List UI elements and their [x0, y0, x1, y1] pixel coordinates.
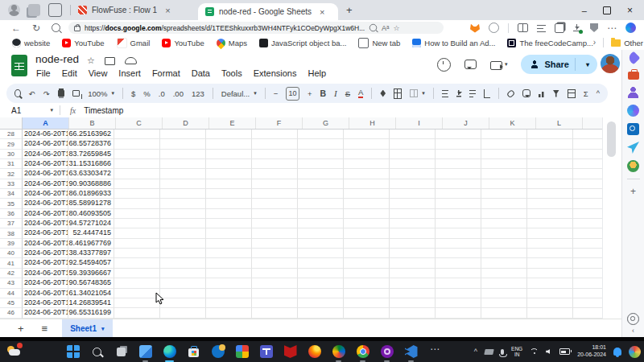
cell-empty[interactable]: [206, 308, 252, 318]
cell-timestamp[interactable]: 2024-06-20T12:2: [23, 269, 68, 278]
new-tab-button[interactable]: +: [346, 4, 353, 16]
cell-empty[interactable]: [344, 308, 390, 318]
taskbar-start[interactable]: [66, 345, 80, 359]
meet-camera-icon[interactable]: [490, 61, 502, 70]
battery-icon[interactable]: [559, 348, 570, 355]
cell-empty[interactable]: [298, 179, 344, 189]
cell-empty[interactable]: [206, 278, 252, 288]
row-header-29[interactable]: 29: [0, 139, 23, 149]
bookmarks-overflow-icon[interactable]: ›: [593, 39, 596, 47]
name-box-caret-icon[interactable]: ▾: [50, 107, 53, 113]
increase-decimals-button[interactable]: .00: [173, 89, 184, 98]
cell-empty[interactable]: [344, 150, 390, 159]
favorite-star-icon[interactable]: ☆: [393, 24, 399, 32]
cell-empty[interactable]: [573, 130, 602, 139]
vertical-scrollbar[interactable]: [602, 117, 622, 319]
select-all-corner[interactable]: [0, 117, 23, 129]
horizontal-align-icon[interactable]: [442, 90, 448, 97]
collapse-toolbar-icon[interactable]: ^: [597, 89, 600, 97]
cell-empty[interactable]: [114, 199, 160, 208]
copilot-icon[interactable]: [625, 23, 636, 33]
cell-empty[interactable]: [114, 179, 160, 189]
cell-empty[interactable]: [160, 130, 206, 139]
zoom-select[interactable]: 100%: [88, 89, 107, 98]
cell-empty[interactable]: [114, 269, 160, 278]
cell-empty[interactable]: [390, 179, 436, 189]
cell-empty[interactable]: [481, 249, 527, 258]
cell-timestamp[interactable]: 2024-06-20T12:2: [23, 308, 68, 318]
cell-empty[interactable]: [573, 249, 602, 258]
cell-empty[interactable]: [436, 139, 481, 149]
cell-empty[interactable]: [481, 228, 527, 238]
column-header-A[interactable]: A: [23, 117, 69, 129]
cell-empty[interactable]: [390, 139, 436, 149]
menu-insert[interactable]: Insert: [113, 67, 147, 80]
cell-empty[interactable]: [390, 249, 436, 258]
user-avatar[interactable]: [601, 54, 620, 73]
cell-empty[interactable]: [527, 169, 573, 179]
cell-empty[interactable]: [481, 150, 527, 159]
address-bar[interactable]: https://docs.google.com/spreadsheets/d/1…: [68, 22, 444, 34]
cell-empty[interactable]: [114, 139, 160, 149]
tag-icon[interactable]: [626, 51, 640, 65]
cell-empty[interactable]: [252, 219, 298, 228]
cell-empty[interactable]: [527, 130, 573, 139]
cell-empty[interactable]: [344, 169, 390, 179]
people-icon[interactable]: [627, 86, 639, 98]
cell-value[interactable]: 86.01896933: [68, 189, 114, 199]
cell-value[interactable]: 52.4447415: [68, 228, 114, 238]
browser-profile-icon[interactable]: [8, 4, 20, 16]
cell-empty[interactable]: [206, 298, 252, 308]
cell-empty[interactable]: [344, 278, 390, 288]
vertical-align-icon[interactable]: [456, 90, 462, 97]
cell-empty[interactable]: [252, 169, 298, 179]
cell-timestamp[interactable]: 2024-06-20T12:2: [23, 159, 68, 169]
cell-empty[interactable]: [206, 189, 252, 199]
tab-flowfuse[interactable]: FlowFuse : Flow 1 ×: [71, 1, 198, 20]
cell-empty[interactable]: [252, 159, 298, 169]
cell-empty[interactable]: [436, 269, 481, 278]
cell-empty[interactable]: [160, 269, 206, 278]
taskbar-edge[interactable]: [163, 345, 176, 359]
cell-empty[interactable]: [160, 289, 206, 298]
favorites-icon[interactable]: [537, 23, 546, 32]
cell-empty[interactable]: [114, 219, 160, 228]
cell-value[interactable]: 14.26839541: [68, 298, 114, 308]
cell-empty[interactable]: [114, 150, 160, 159]
clock-date[interactable]: 18:0120-06-2024: [577, 344, 606, 359]
cell-empty[interactable]: [527, 159, 573, 169]
taskbar-task-view[interactable]: [114, 345, 128, 359]
cell-empty[interactable]: [527, 239, 573, 249]
browser-essentials-icon[interactable]: [590, 23, 598, 32]
notifications-bell-icon[interactable]: [613, 348, 621, 356]
cell-value[interactable]: 59.39396667: [68, 269, 114, 278]
cell-empty[interactable]: [298, 169, 344, 179]
cell-empty[interactable]: [573, 199, 602, 208]
cell-value[interactable]: 85.58991278: [68, 199, 114, 208]
workspaces-icon[interactable]: [28, 4, 40, 16]
language-indicator[interactable]: ENGIN: [511, 346, 522, 358]
cell-empty[interactable]: [114, 169, 160, 179]
cell-empty[interactable]: [298, 289, 344, 298]
bookmark-item[interactable]: The freeCodeCamp...: [507, 39, 592, 47]
format-percent-button[interactable]: %: [143, 89, 150, 98]
cell-empty[interactable]: [436, 130, 481, 139]
zoom-out-icon[interactable]: [369, 24, 377, 31]
row-header-43[interactable]: 43: [0, 278, 23, 288]
cell-value[interactable]: 66.25163962: [68, 130, 114, 139]
cell-empty[interactable]: [573, 189, 602, 199]
cell-empty[interactable]: [160, 298, 206, 308]
cell-empty[interactable]: [344, 179, 390, 189]
cell-value[interactable]: 83.72659845: [68, 150, 114, 159]
column-header-J[interactable]: J: [443, 117, 489, 129]
cell-empty[interactable]: [573, 179, 602, 189]
cell-empty[interactable]: [252, 278, 298, 288]
cell-empty[interactable]: [206, 169, 252, 179]
share-caret-icon[interactable]: ▾: [581, 61, 594, 68]
cell-empty[interactable]: [390, 150, 436, 159]
cell-empty[interactable]: [114, 289, 160, 298]
wifi-icon[interactable]: [530, 348, 539, 355]
cell-empty[interactable]: [436, 249, 481, 258]
cell-empty[interactable]: [114, 209, 160, 219]
cell-empty[interactable]: [252, 130, 298, 139]
